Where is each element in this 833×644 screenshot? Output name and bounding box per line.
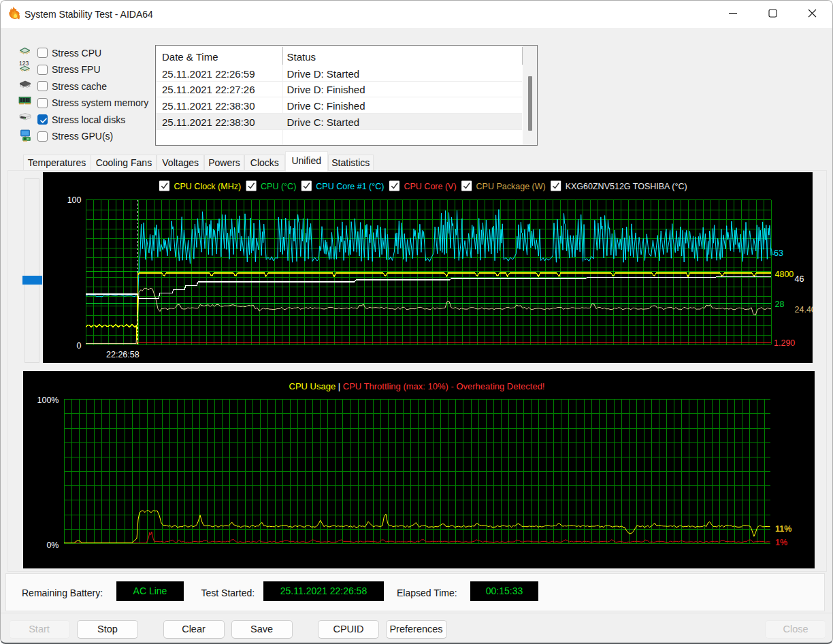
svg-text:0: 0 — [77, 340, 82, 350]
svg-text:1%: 1% — [775, 538, 787, 547]
svg-text:24.40: 24.40 — [795, 305, 813, 315]
svg-text:63: 63 — [774, 248, 783, 257]
svg-text:CPU Core #1 (°C): CPU Core #1 (°C) — [316, 181, 384, 191]
svg-text:CPU Clock (MHz): CPU Clock (MHz) — [174, 181, 242, 191]
svg-text:123: 123 — [19, 60, 29, 67]
svg-text:46: 46 — [795, 274, 804, 284]
svg-text:1.290: 1.290 — [774, 338, 795, 347]
svg-text:100: 100 — [67, 195, 82, 204]
svg-text:CPU (°C): CPU (°C) — [261, 181, 296, 191]
svg-text:22:26:58: 22:26:58 — [106, 350, 140, 359]
svg-text:0%: 0% — [46, 541, 59, 550]
svg-text:4800: 4800 — [775, 270, 794, 279]
svg-text:KXG60ZNV512G TOSHIBA (°C): KXG60ZNV512G TOSHIBA (°C) — [566, 181, 687, 191]
svg-text:28: 28 — [775, 300, 785, 309]
svg-text:CPU Usage | CPU Throttling (: CPU Usage | CPU Throttling (max: 10%) - … — [289, 381, 545, 391]
svg-text:11%: 11% — [775, 524, 791, 534]
svg-text:100%: 100% — [37, 396, 59, 405]
svg-text:CPU Core (V): CPU Core (V) — [404, 181, 457, 191]
svg-text:CPU Package (W): CPU Package (W) — [476, 181, 546, 191]
